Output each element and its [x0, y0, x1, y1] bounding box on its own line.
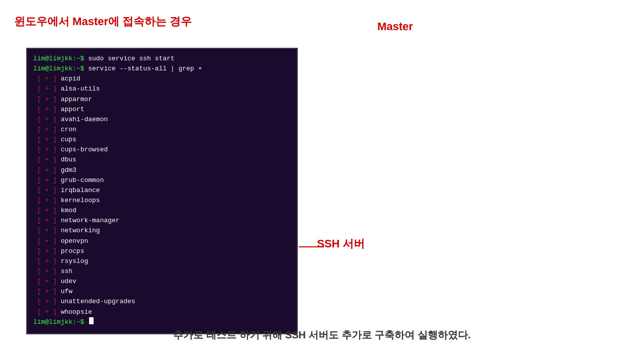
terminal-service-line: [ + ] ssh: [33, 266, 291, 277]
terminal-window: lim@limjkk:~$ sudo service ssh start lim…: [26, 48, 298, 334]
service-name: unattended-upgrades: [61, 297, 135, 307]
plus-sign: +: [45, 226, 49, 236]
service-name: ufw: [61, 287, 72, 297]
plus-sign: +: [45, 105, 49, 115]
terminal-service-line: [ + ] unattended-upgrades: [33, 297, 291, 307]
service-name: apport: [61, 105, 85, 115]
terminal-service-line: [ + ] procps: [33, 246, 291, 256]
plus-sign: +: [45, 216, 49, 226]
bracket-open: [: [33, 196, 45, 206]
terminal-service-line: [ + ] apparmor: [33, 95, 291, 105]
bracket-open: [: [33, 266, 45, 277]
service-name: irqbalance: [61, 186, 100, 196]
bracket-open: [: [33, 135, 45, 145]
service-name: cups-browsed: [61, 145, 108, 155]
bracket-open: [: [33, 115, 45, 125]
service-name: dbus: [61, 155, 76, 165]
bracket-close: ]: [49, 196, 60, 206]
page-title: 윈도우에서 Master에 접속하는 경우: [14, 14, 192, 29]
terminal-service-line: [ + ] apport: [33, 105, 291, 115]
terminal-line-1: lim@limjkk:~$ sudo service ssh start: [33, 54, 291, 64]
terminal-service-line: [ + ] udev: [33, 277, 291, 287]
bracket-close: ]: [49, 277, 60, 287]
plus-sign: +: [45, 165, 49, 175]
terminal-service-line: [ + ] kmod: [33, 206, 291, 216]
bracket-close: ]: [49, 297, 60, 307]
bracket-open: [: [33, 165, 45, 175]
plus-sign: +: [45, 84, 49, 94]
bracket-open: [: [33, 256, 45, 266]
plus-sign: +: [45, 297, 49, 307]
bracket-open: [: [33, 105, 45, 115]
bracket-open: [: [33, 125, 45, 135]
service-name: rsyslog: [61, 256, 89, 266]
bottom-text: 추가로 테스트 하기 위해 SSH 서버도 추가로 구축하여 실행하였다.: [0, 328, 644, 342]
plus-sign: +: [45, 277, 49, 287]
cmd-1: sudo service ssh start: [88, 54, 175, 64]
service-name: openvpn: [61, 236, 89, 246]
bracket-close: ]: [49, 175, 60, 186]
terminal-service-line: [ + ] gdm3: [33, 165, 291, 175]
terminal-service-line: [ + ] cups-browsed: [33, 145, 291, 155]
service-name: avahi-daemon: [61, 115, 108, 125]
bracket-close: ]: [49, 84, 60, 94]
service-name: procps: [61, 246, 85, 256]
terminal-service-line: [ + ] avahi-daemon: [33, 115, 291, 125]
bracket-close: ]: [49, 206, 60, 216]
terminal-service-line: [ + ] cups: [33, 135, 291, 145]
terminal-service-line: [ + ] grub-common: [33, 175, 291, 186]
service-name: gdm3: [61, 165, 76, 175]
terminal-service-line: [ + ] ufw: [33, 287, 291, 297]
bracket-open: [: [33, 307, 45, 317]
bracket-open: [: [33, 186, 45, 196]
terminal-service-line: [ + ] acpid: [33, 74, 291, 84]
service-name: whoopsie: [61, 307, 92, 317]
service-name: udev: [61, 277, 76, 287]
cmd-2: service --status-all | grep +: [88, 64, 202, 74]
plus-sign: +: [45, 287, 49, 297]
bracket-close: ]: [49, 145, 60, 155]
plus-sign: +: [45, 196, 49, 206]
bracket-open: [: [33, 155, 45, 165]
bracket-close: ]: [49, 307, 60, 317]
terminal-prompt-end: lim@limjkk:~$: [33, 317, 291, 327]
terminal-service-line: [ + ] irqbalance: [33, 186, 291, 196]
terminal-line-2: lim@limjkk:~$ service --status-all | gre…: [33, 64, 291, 74]
bracket-open: [: [33, 297, 45, 307]
plus-sign: +: [45, 256, 49, 266]
master-label: Master: [377, 20, 413, 33]
bracket-open: [: [33, 95, 45, 105]
plus-sign: +: [45, 115, 49, 125]
bracket-close: ]: [49, 135, 60, 145]
service-name: acpid: [61, 74, 80, 84]
bracket-close: ]: [49, 155, 60, 165]
bracket-close: ]: [49, 216, 60, 226]
bracket-close: ]: [49, 125, 60, 135]
bracket-open: [: [33, 145, 45, 155]
terminal-service-line: [ + ] network-manager: [33, 216, 291, 226]
service-name: ssh: [61, 266, 72, 277]
bracket-open: [: [33, 206, 45, 216]
bracket-close: ]: [49, 74, 60, 84]
bracket-open: [: [33, 175, 45, 186]
terminal-service-line: [ + ] whoopsie: [33, 307, 291, 317]
service-name: cups: [61, 135, 76, 145]
bracket-close: ]: [49, 246, 60, 256]
terminal-service-line: [ + ] dbus: [33, 155, 291, 165]
plus-sign: +: [45, 74, 49, 84]
prompt-end: lim@limjkk:~$: [33, 317, 88, 327]
bracket-open: [: [33, 236, 45, 246]
bracket-open: [: [33, 277, 45, 287]
service-name: cron: [61, 125, 76, 135]
bracket-close: ]: [49, 236, 60, 246]
bracket-open: [: [33, 74, 45, 84]
bracket-open: [: [33, 287, 45, 297]
plus-sign: +: [45, 135, 49, 145]
bracket-close: ]: [49, 256, 60, 266]
terminal-service-line: [ + ] openvpn: [33, 236, 291, 246]
terminal-service-line: [ + ] networking: [33, 226, 291, 236]
bracket-open: [: [33, 84, 45, 94]
plus-sign: +: [45, 186, 49, 196]
bracket-open: [: [33, 246, 45, 256]
terminal-service-line: [ + ] rsyslog: [33, 256, 291, 266]
